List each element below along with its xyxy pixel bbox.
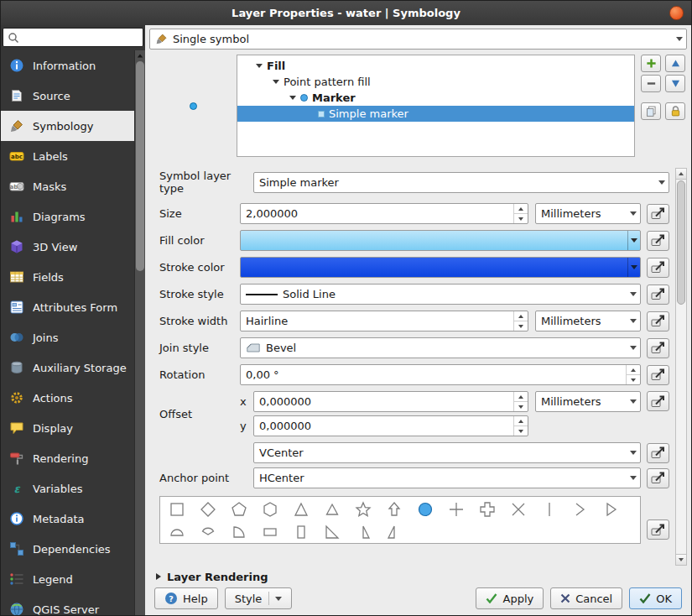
spin-up-icon[interactable] — [514, 204, 528, 214]
spin-up-icon[interactable] — [627, 365, 640, 375]
marker-shape-diamond[interactable] — [192, 498, 223, 520]
sidebar-item-diagrams[interactable]: Diagrams — [1, 201, 134, 232]
marker-shape-pentagon[interactable] — [223, 498, 254, 520]
sidebar-item-metadata[interactable]: Metadata — [1, 504, 134, 534]
sidebar-item-display[interactable]: Display — [1, 413, 134, 443]
join-style-select[interactable]: Bevel — [240, 337, 641, 358]
expander-icon[interactable] — [273, 80, 279, 84]
spin-down-icon[interactable] — [514, 402, 528, 411]
shape-override-button[interactable] — [647, 519, 669, 540]
style-button[interactable]: Style — [225, 587, 293, 609]
spin-down-icon[interactable] — [514, 321, 528, 331]
dropdown-arrow-icon[interactable] — [627, 231, 640, 250]
tree-item-marker[interactable]: Marker — [237, 90, 634, 106]
marker-shape-left-half-triangle[interactable] — [378, 520, 409, 543]
sidebar-item-fields[interactable]: Fields — [1, 262, 134, 292]
expander-icon[interactable] — [256, 64, 263, 68]
renderer-select[interactable]: Single symbol — [149, 29, 687, 50]
marker-shape-semi-circle[interactable] — [161, 520, 192, 543]
ok-button[interactable]: OK — [629, 587, 682, 609]
spin-up-icon[interactable] — [514, 311, 528, 321]
marker-shape-half-square[interactable] — [254, 520, 285, 543]
tree-item-fill[interactable]: Fill — [237, 58, 634, 74]
sidebar-item-source[interactable]: Source — [1, 81, 134, 111]
expander-icon[interactable] — [289, 96, 296, 100]
spin-down-icon[interactable] — [514, 214, 528, 223]
size-unit-select[interactable]: Millimeters — [535, 203, 641, 224]
dropdown-arrow-icon[interactable] — [627, 258, 640, 277]
sidebar-item-3d-view[interactable]: 3D View — [1, 232, 134, 262]
tree-item-point-pattern-fill[interactable]: Point pattern fill — [237, 74, 634, 90]
spin-up-icon[interactable] — [514, 392, 528, 402]
move-down-button[interactable] — [665, 75, 685, 92]
expand-arrow-icon[interactable] — [156, 573, 161, 580]
spin-down-icon[interactable] — [514, 426, 528, 436]
spin-up-icon[interactable] — [514, 416, 528, 426]
offset-override-button[interactable] — [647, 391, 669, 411]
fill-color-override-button[interactable] — [647, 231, 669, 251]
rotation-override-button[interactable] — [647, 365, 669, 385]
tree-item-simple-marker[interactable]: Simple marker — [237, 106, 634, 122]
marker-shape-cross2[interactable] — [502, 498, 533, 520]
anchor-vertical-override-button[interactable] — [647, 443, 669, 463]
sidebar-scroll-track[interactable] — [135, 61, 145, 615]
apply-button[interactable]: Apply — [476, 587, 544, 609]
fill-color-button[interactable] — [240, 230, 641, 251]
stroke-width-unit-select[interactable]: Millimeters — [535, 311, 641, 331]
stroke-width-override-button[interactable] — [647, 311, 669, 331]
marker-shape-cross[interactable] — [440, 498, 471, 520]
marker-shape-arrowhead[interactable] — [565, 498, 596, 520]
marker-shape-cross-fill[interactable] — [471, 498, 502, 520]
lock-colors-button[interactable] — [665, 102, 685, 120]
sidebar-scrollbar[interactable] — [134, 50, 145, 615]
anchor-horizontal-select[interactable]: HCenter — [253, 467, 641, 488]
sidebar-item-auxiliary-storage[interactable]: Auxiliary Storage — [1, 352, 134, 383]
stroke-color-override-button[interactable] — [647, 258, 669, 278]
marker-shape-equilateral-triangle[interactable] — [316, 498, 347, 520]
stroke-color-button[interactable] — [240, 257, 641, 278]
marker-shape-quarter-circle[interactable] — [223, 520, 254, 543]
sidebar-item-legend[interactable]: Legend — [1, 564, 134, 594]
rotation-input[interactable]: 0,00 ° — [240, 364, 641, 385]
marker-shape-arrow[interactable] — [378, 498, 409, 520]
sidebar-item-symbology[interactable]: Symbology — [1, 111, 134, 141]
marker-shape-star[interactable] — [347, 498, 378, 520]
sidebar-item-information[interactable]: Information — [1, 50, 134, 81]
offset-y-input[interactable]: 0,000000 — [253, 415, 528, 436]
properties-scrollbar[interactable] — [675, 168, 687, 566]
offset-unit-select[interactable]: Millimeters — [535, 391, 641, 412]
scroll-down-icon[interactable] — [676, 554, 686, 565]
marker-shape-triangle[interactable] — [285, 498, 316, 520]
properties-scroll-track[interactable] — [676, 180, 686, 554]
symbol-layer-type-select[interactable]: Simple marker — [253, 172, 669, 193]
cancel-button[interactable]: Cancel — [550, 587, 622, 609]
stroke-width-input[interactable]: Hairline — [240, 311, 528, 331]
duplicate-symbol-layer-button[interactable] — [641, 102, 661, 120]
help-button[interactable]: ? Help — [154, 587, 218, 609]
marker-shape-third-circle[interactable] — [192, 520, 223, 543]
stroke-style-override-button[interactable] — [647, 285, 669, 305]
dropdown-arrow-icon[interactable] — [268, 592, 282, 605]
sidebar-item-attributes-form[interactable]: Attributes Form — [1, 292, 134, 322]
add-symbol-layer-button[interactable] — [641, 55, 661, 72]
marker-shape-right-half-triangle[interactable] — [347, 520, 378, 543]
marker-shape-diagonal-half-square[interactable] — [316, 520, 347, 543]
offset-x-input[interactable]: 0,000000 — [253, 391, 528, 412]
size-override-button[interactable] — [647, 204, 669, 224]
anchor-vertical-select[interactable]: VCenter — [253, 442, 641, 463]
marker-shape-circle[interactable] — [409, 498, 440, 520]
marker-shape-filled-arrowhead[interactable] — [596, 498, 627, 520]
move-up-button[interactable] — [665, 55, 685, 72]
sidebar-item-variables[interactable]: εVariables — [1, 473, 134, 504]
sidebar-item-rendering[interactable]: Rendering — [1, 443, 134, 473]
sidebar-item-labels[interactable]: abcLabels — [1, 141, 134, 171]
scroll-up-icon[interactable] — [676, 169, 686, 180]
close-icon[interactable] — [669, 6, 684, 20]
symbol-layer-tree[interactable]: Fill Point pattern fill Marker Simple ma… — [237, 55, 635, 157]
marker-shape-vertical-rect[interactable] — [285, 520, 316, 543]
sidebar-item-actions[interactable]: Actions — [1, 383, 134, 413]
stroke-style-select[interactable]: Solid Line — [240, 284, 641, 305]
sidebar-search-input[interactable] — [3, 28, 143, 47]
sidebar-item-masks[interactable]: abcMasks — [1, 171, 134, 201]
sidebar-item-joins[interactable]: Joins — [1, 322, 134, 352]
